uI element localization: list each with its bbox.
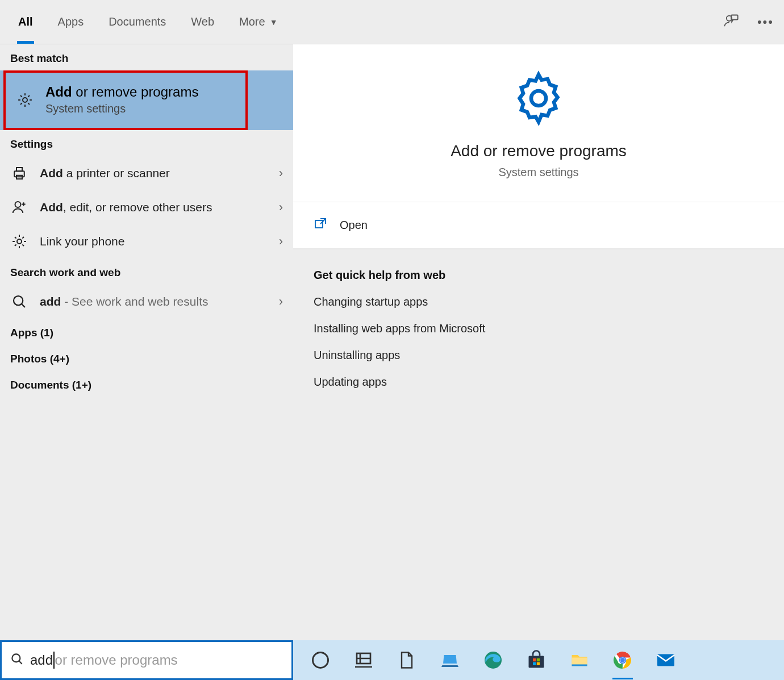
tab-web[interactable]: Web bbox=[178, 0, 227, 44]
best-match-title: Add or remove programs bbox=[45, 84, 198, 100]
printer-icon bbox=[10, 164, 28, 182]
help-link[interactable]: Updating apps bbox=[314, 376, 764, 389]
gear-icon bbox=[16, 91, 34, 109]
documents-group-header[interactable]: Documents (1+) bbox=[0, 371, 293, 397]
result-label: Add a printer or scanner bbox=[40, 166, 268, 180]
search-box[interactable]: add or remove programs bbox=[0, 640, 293, 680]
results-panel: Best match Add or remove programs System… bbox=[0, 44, 293, 640]
svg-rect-26 bbox=[657, 654, 674, 666]
chevron-down-icon: ▼ bbox=[270, 18, 278, 27]
search-icon bbox=[10, 293, 28, 311]
web-result[interactable]: add - See work and web results › bbox=[0, 285, 293, 319]
settings-result-users[interactable]: Add, edit, or remove other users › bbox=[0, 190, 293, 224]
best-match-header: Best match bbox=[0, 44, 293, 70]
mail-icon[interactable] bbox=[654, 649, 677, 671]
libreoffice-icon[interactable] bbox=[395, 649, 418, 671]
chevron-right-icon: › bbox=[279, 166, 283, 181]
tab-more[interactable]: More▼ bbox=[227, 0, 290, 44]
chevron-right-icon: › bbox=[279, 294, 283, 309]
gear-icon bbox=[10, 232, 28, 251]
svg-rect-19 bbox=[537, 662, 540, 665]
photos-group-header[interactable]: Photos (4+) bbox=[0, 345, 293, 371]
user-plus-icon bbox=[10, 198, 28, 216]
svg-rect-3 bbox=[14, 171, 24, 177]
search-filter-tabs: All Apps Documents Web More▼ ••• bbox=[0, 0, 784, 44]
svg-point-9 bbox=[531, 91, 546, 106]
help-link[interactable]: Installing web apps from Microsoft bbox=[314, 322, 764, 335]
feedback-icon[interactable] bbox=[723, 13, 739, 31]
search-icon bbox=[10, 652, 24, 669]
tab-all[interactable]: All bbox=[6, 0, 45, 44]
settings-header: Settings bbox=[0, 130, 293, 156]
chevron-right-icon: › bbox=[279, 234, 283, 249]
chrome-icon[interactable] bbox=[611, 649, 634, 671]
detail-subtitle: System settings bbox=[293, 166, 784, 179]
svg-rect-15 bbox=[529, 656, 544, 668]
open-icon bbox=[314, 217, 327, 233]
chevron-right-icon: › bbox=[279, 200, 283, 215]
open-label: Open bbox=[340, 219, 368, 232]
task-view-icon[interactable] bbox=[352, 649, 375, 671]
laptop-app-icon[interactable] bbox=[439, 649, 461, 671]
svg-point-6 bbox=[15, 202, 21, 207]
result-label: Link your phone bbox=[40, 235, 268, 248]
edge-icon[interactable] bbox=[482, 649, 504, 671]
svg-rect-4 bbox=[16, 168, 22, 171]
apps-group-header[interactable]: Apps (1) bbox=[0, 319, 293, 345]
settings-result-link-phone[interactable]: Link your phone › bbox=[0, 224, 293, 258]
detail-panel: Add or remove programs System settings O… bbox=[293, 44, 784, 640]
text-cursor bbox=[53, 652, 55, 669]
svg-rect-18 bbox=[533, 662, 536, 665]
svg-point-25 bbox=[620, 658, 625, 662]
best-match-subtitle: System settings bbox=[45, 102, 198, 115]
taskbar: add or remove programs bbox=[0, 640, 784, 680]
help-header: Get quick help from web bbox=[314, 269, 764, 282]
tab-apps[interactable]: Apps bbox=[45, 0, 97, 44]
svg-rect-21 bbox=[572, 665, 587, 666]
svg-rect-10 bbox=[315, 220, 323, 228]
result-label: Add, edit, or remove other users bbox=[40, 201, 268, 214]
best-match-result[interactable]: Add or remove programs System settings bbox=[0, 70, 293, 130]
search-suggestion-ghost: or remove programs bbox=[55, 652, 178, 668]
svg-point-7 bbox=[17, 239, 22, 244]
cortana-icon[interactable] bbox=[309, 649, 332, 671]
open-action[interactable]: Open bbox=[293, 202, 784, 249]
svg-point-2 bbox=[23, 98, 27, 102]
settings-result-printer[interactable]: Add a printer or scanner › bbox=[0, 156, 293, 190]
result-label: add - See work and web results bbox=[40, 295, 268, 308]
more-options-icon[interactable]: ••• bbox=[757, 15, 774, 30]
search-web-header: Search work and web bbox=[0, 258, 293, 285]
search-typed-text: add bbox=[30, 652, 53, 668]
svg-point-12 bbox=[313, 653, 328, 668]
help-link[interactable]: Changing startup apps bbox=[314, 295, 764, 308]
svg-rect-17 bbox=[537, 658, 540, 661]
help-link[interactable]: Uninstalling apps bbox=[314, 349, 764, 362]
gear-icon bbox=[511, 118, 566, 128]
microsoft-store-icon[interactable] bbox=[525, 649, 548, 671]
tab-documents[interactable]: Documents bbox=[96, 0, 178, 44]
svg-rect-16 bbox=[533, 658, 536, 661]
file-explorer-icon[interactable] bbox=[568, 649, 591, 671]
detail-title: Add or remove programs bbox=[293, 142, 784, 160]
